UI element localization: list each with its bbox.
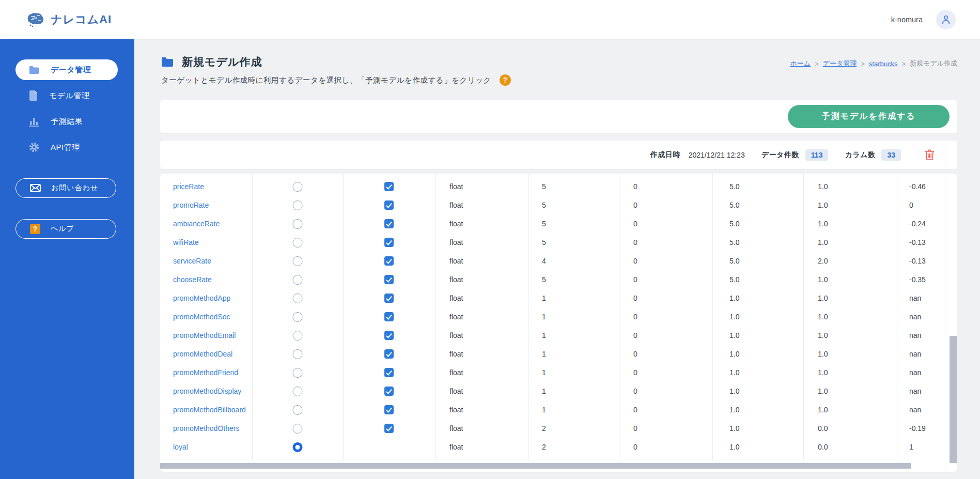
type-cell: float xyxy=(449,363,463,382)
target-radio[interactable] xyxy=(293,405,303,415)
table-row: promoMethodEmail float 1 0 1.0 1.0 nan xyxy=(160,326,957,345)
target-radio[interactable] xyxy=(293,293,303,303)
breadcrumb-separator: > xyxy=(861,60,865,68)
sidebar-item-file[interactable]: モデル管理 xyxy=(15,85,118,106)
target-radio[interactable] xyxy=(293,442,303,452)
table-row: promoMethodSoc float 1 0 1.0 1.0 nan xyxy=(160,307,957,326)
use-checkbox[interactable] xyxy=(384,312,394,321)
sidebar-item-gear[interactable]: API管理 xyxy=(15,137,118,158)
column-name-link[interactable]: promoMethodBillboard xyxy=(173,406,246,414)
sidebar-item-label: API管理 xyxy=(51,143,80,152)
type-cell: float xyxy=(449,252,463,270)
vertical-scrollbar-thumb[interactable] xyxy=(950,336,957,463)
column-name-link[interactable]: priceRate xyxy=(173,182,204,191)
column-name-link[interactable]: promoRate xyxy=(173,201,209,209)
use-checkbox[interactable] xyxy=(384,219,394,228)
use-checkbox[interactable] xyxy=(384,387,394,396)
use-checkbox[interactable] xyxy=(384,349,394,359)
delete-dataset-button[interactable] xyxy=(925,149,935,160)
page-title: 新規モデル作成 xyxy=(182,55,262,69)
user-avatar[interactable] xyxy=(936,10,956,29)
column-name-link[interactable]: serviceRate xyxy=(173,257,211,265)
logo-text: ナレコムAI xyxy=(51,12,112,27)
help-button[interactable]: ? ヘルプ xyxy=(15,219,116,239)
value-cell: 5.0 xyxy=(729,233,739,252)
columns-table: priceRate float 5 0 5.0 1.0 -0.46 promoR… xyxy=(160,174,957,472)
created-at-value: 2021/12/21 12:23 xyxy=(689,151,745,159)
use-checkbox[interactable] xyxy=(384,424,394,433)
use-checkbox[interactable] xyxy=(384,405,394,414)
value-cell: 5.0 xyxy=(729,270,739,289)
target-radio[interactable] xyxy=(293,275,303,285)
use-checkbox[interactable] xyxy=(384,182,394,191)
column-name-link[interactable]: promoMethodDeal xyxy=(173,350,232,358)
value-cell: 1.0 xyxy=(818,382,828,400)
column-name-link[interactable]: loyal xyxy=(173,443,188,451)
column-name-link[interactable]: promoMethodOthers xyxy=(173,424,239,432)
use-checkbox[interactable] xyxy=(384,368,394,377)
target-radio[interactable] xyxy=(293,182,303,192)
use-checkbox[interactable] xyxy=(384,331,394,340)
target-radio[interactable] xyxy=(293,368,303,378)
folder-icon xyxy=(29,66,39,74)
value-cell: nan xyxy=(909,326,921,345)
bar-chart-icon xyxy=(29,117,39,127)
breadcrumb-item[interactable]: ホーム xyxy=(790,59,811,68)
type-cell: float xyxy=(449,419,463,438)
sidebar-nav: データ管理モデル管理予測結果API管理 xyxy=(0,39,134,158)
sidebar-item-bar-chart[interactable]: 予測結果 xyxy=(15,111,118,132)
column-name-link[interactable]: promoMethodEmail xyxy=(173,331,236,339)
value-cell: 0 xyxy=(633,289,637,307)
target-radio[interactable] xyxy=(293,331,303,341)
value-cell: 2.0 xyxy=(818,252,828,270)
value-cell: 0 xyxy=(633,196,637,214)
use-checkbox[interactable] xyxy=(384,256,394,266)
sidebar-item-folder[interactable]: データ管理 xyxy=(15,59,118,80)
help-label: ヘルプ xyxy=(51,224,74,234)
value-cell: 1 xyxy=(909,438,913,456)
column-name-link[interactable]: chooseRate xyxy=(173,275,212,284)
value-cell: 0 xyxy=(633,382,637,400)
create-model-button[interactable]: 予測モデルを作成する xyxy=(788,105,950,128)
description-help-icon[interactable]: ? xyxy=(500,74,511,86)
target-radio[interactable] xyxy=(293,256,303,266)
type-cell: float xyxy=(449,270,463,289)
value-cell: nan xyxy=(909,345,921,363)
target-radio[interactable] xyxy=(293,387,303,396)
target-radio[interactable] xyxy=(293,238,303,248)
target-radio[interactable] xyxy=(293,424,303,434)
column-name-link[interactable]: ambianceRate xyxy=(173,220,220,228)
breadcrumb-item[interactable]: starbucks xyxy=(869,60,898,68)
breadcrumb-item[interactable]: データ管理 xyxy=(823,59,857,68)
sidebar-item-label: データ管理 xyxy=(51,65,91,75)
column-name-link[interactable]: promoMethodApp xyxy=(173,294,230,302)
use-checkbox[interactable] xyxy=(384,293,394,303)
value-cell: 1.0 xyxy=(818,363,828,382)
target-radio[interactable] xyxy=(293,312,303,322)
column-name-link[interactable]: wifiRate xyxy=(173,238,199,246)
value-cell: 1 xyxy=(542,345,546,363)
value-cell: 1 xyxy=(542,382,546,400)
value-cell: 1.0 xyxy=(729,345,739,363)
horizontal-scrollbar-thumb[interactable] xyxy=(160,463,911,469)
use-checkbox[interactable] xyxy=(384,238,394,247)
table-row: promoMethodOthers float 2 0 1.0 0.0 -0.1… xyxy=(160,419,957,438)
contact-button[interactable]: お問い合わせ xyxy=(15,178,116,198)
table-row: ambianceRate float 5 0 5.0 1.0 -0.24 xyxy=(160,214,957,233)
dataset-meta-bar: 作成日時 2021/12/21 12:23 データ件数 113 カラム数 33 xyxy=(160,141,957,169)
app-logo[interactable]: ナレコムAI xyxy=(0,12,112,27)
column-name-link[interactable]: promoMethodFriend xyxy=(173,368,238,377)
column-name-link[interactable]: promoMethodSoc xyxy=(173,313,230,321)
value-cell: 1.0 xyxy=(729,326,739,345)
column-name-link[interactable]: promoMethodDisplay xyxy=(173,387,241,395)
target-radio[interactable] xyxy=(293,349,303,359)
type-cell: float xyxy=(449,382,463,400)
value-cell: 1.0 xyxy=(818,400,828,419)
target-radio[interactable] xyxy=(293,200,303,210)
value-cell: -0.35 xyxy=(909,270,926,289)
column-count-label: カラム数 xyxy=(845,150,875,160)
use-checkbox[interactable] xyxy=(384,275,394,284)
use-checkbox[interactable] xyxy=(384,200,394,210)
sidebar-item-label: モデル管理 xyxy=(49,91,90,101)
target-radio[interactable] xyxy=(293,219,303,229)
